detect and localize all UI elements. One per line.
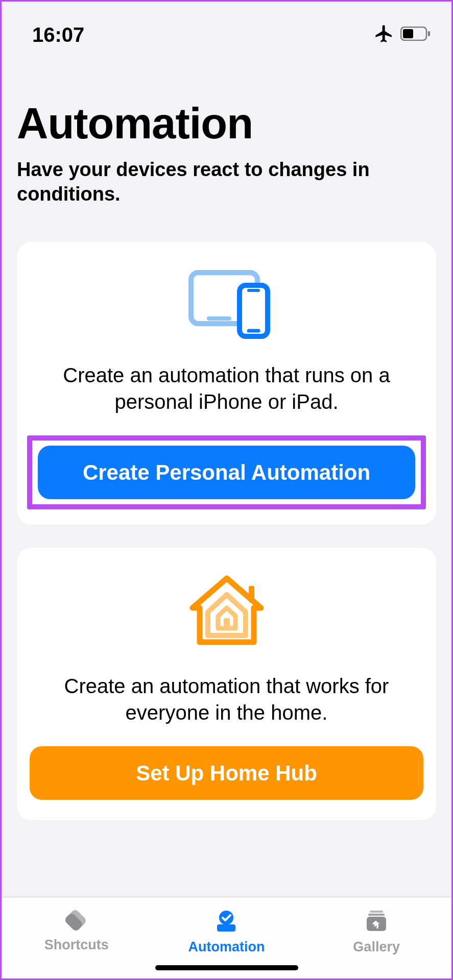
home-automation-card: Create an automation that works for ever… (17, 548, 436, 820)
status-time: 16:07 (32, 23, 84, 46)
home-card-description: Create an automation that works for ever… (27, 673, 426, 726)
tab-gallery[interactable]: Gallery (325, 908, 427, 955)
set-up-home-hub-button[interactable]: Set Up Home Hub (30, 746, 423, 800)
gallery-icon (364, 908, 389, 935)
airplane-mode-icon (374, 23, 394, 46)
personal-card-description: Create an automation that runs on a pers… (27, 362, 426, 415)
svg-rect-14 (370, 911, 383, 913)
tab-shortcuts-label: Shortcuts (44, 937, 109, 953)
home-icon (183, 573, 270, 650)
svg-rect-12 (217, 924, 235, 932)
status-icons (374, 23, 431, 46)
home-indicator[interactable] (155, 965, 298, 970)
tab-automation-label: Automation (188, 939, 265, 955)
svg-rect-9 (224, 618, 230, 626)
page-subtitle: Have your devices react to changes in co… (17, 158, 436, 206)
svg-rect-5 (240, 285, 268, 336)
tab-automation[interactable]: Automation (175, 908, 277, 955)
automation-icon (213, 908, 239, 935)
personal-automation-card: Create an automation that runs on a pers… (17, 242, 436, 525)
page-header: Automation Have your devices react to ch… (2, 53, 451, 227)
create-personal-automation-button[interactable]: Create Personal Automation (38, 446, 415, 499)
status-bar: 16:07 (2, 2, 451, 53)
content-area: Create an automation that runs on a pers… (2, 227, 451, 836)
battery-icon (400, 27, 431, 43)
tab-shortcuts[interactable]: Shortcuts (26, 908, 128, 953)
tab-bar: Shortcuts Automation Gallery (2, 897, 451, 978)
svg-rect-2 (428, 31, 430, 36)
shortcuts-icon (65, 908, 88, 933)
svg-rect-15 (368, 914, 385, 916)
page-title: Automation (17, 99, 436, 149)
svg-rect-8 (249, 586, 254, 602)
tab-gallery-label: Gallery (353, 939, 400, 955)
highlight-frame: Create Personal Automation (27, 435, 426, 509)
devices-icon (181, 267, 273, 339)
svg-rect-1 (403, 29, 413, 38)
svg-point-13 (219, 911, 233, 925)
